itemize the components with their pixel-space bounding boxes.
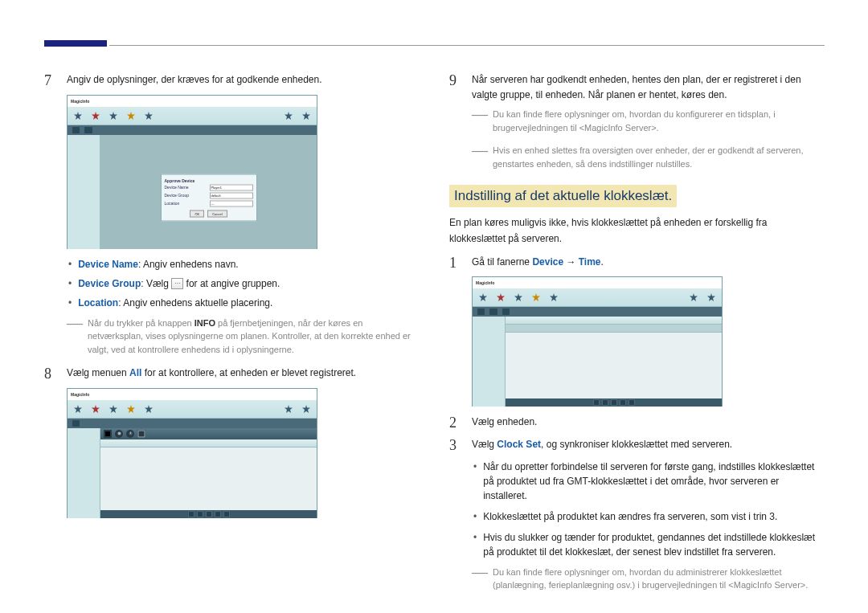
step-number: 7 — [44, 72, 55, 90]
selector-icon — [171, 278, 183, 289]
bullet-text: for at angive gruppen. — [183, 278, 280, 289]
dash-icon: ― — [472, 108, 488, 134]
svg-marker-11 — [145, 405, 153, 413]
star-icon — [690, 293, 698, 301]
note-text: Du kan finde flere oplysninger om, hvord… — [493, 566, 824, 592]
step-text: Angiv de oplysninger, der kræves for at … — [67, 72, 419, 90]
note-text: Hvis en enhed slettes fra oversigten ove… — [493, 144, 824, 170]
svg-marker-5 — [285, 112, 293, 120]
modal-input: — — [210, 200, 253, 206]
step-number: 9 — [449, 72, 461, 103]
note-text: Når du trykker på knappen — [88, 318, 194, 328]
ss-sidebar — [68, 135, 100, 249]
step-text: Gå til fanerne Device → Time. — [472, 255, 824, 272]
list-item: •Hvis du slukker og tænder for produktet… — [473, 530, 824, 559]
ss-tab — [502, 309, 510, 315]
tab-time: Time — [579, 256, 601, 268]
step-number: 3 — [449, 437, 461, 455]
ss-top-icons — [68, 107, 317, 125]
star-icon — [109, 112, 117, 120]
svg-rect-18 — [138, 431, 145, 437]
modal-title: Approve Device — [165, 178, 253, 182]
svg-marker-6 — [302, 112, 310, 120]
ss-tab — [489, 309, 497, 315]
step-text: Vælg menuen All for at kontrollere, at e… — [67, 366, 419, 383]
svg-marker-8 — [92, 405, 100, 413]
star-icon — [145, 405, 153, 413]
bullet-location: • Location: Angiv enhedens aktuelle plac… — [68, 296, 419, 310]
toolbar-button-icon — [126, 430, 134, 438]
svg-marker-12 — [285, 405, 293, 413]
step-8: 8 Vælg menuen All for at kontrollere, at… — [44, 366, 419, 383]
svg-marker-22 — [532, 293, 540, 301]
note-info-button: ― Når du trykker på knappen INFO på fjer… — [67, 317, 419, 357]
bullet-dot-icon: • — [68, 276, 72, 291]
modal-ok-button: OK — [190, 210, 204, 217]
screenshot-approve-device: MagicInfo — [67, 95, 317, 249]
modal-label: Device Name — [165, 184, 189, 190]
section-intro: En plan køres muligvis ikke, hvis klokke… — [449, 215, 824, 246]
svg-marker-2 — [109, 112, 117, 120]
tab-device: Device — [532, 256, 563, 268]
ss-tab — [72, 420, 80, 427]
star-icon — [550, 293, 558, 301]
star-icon — [109, 405, 117, 413]
clock-set-label: Clock Set — [497, 439, 541, 450]
star-icon — [302, 405, 310, 413]
bullet-text: Klokkeslættet på produktet kan ændres fr… — [483, 509, 777, 524]
star-icon — [707, 293, 715, 301]
ss-logo-text: MagicInfo — [71, 99, 89, 104]
screenshot-device-time: MagicInfo — [472, 276, 723, 407]
svg-marker-3 — [127, 112, 135, 120]
note-9b: ― Hvis en enhed slettes fra oversigten o… — [472, 144, 824, 170]
note-bold: INFO — [194, 318, 215, 328]
star-icon — [514, 293, 522, 301]
star-icon — [74, 405, 82, 413]
bullet-device-group: • Device Group: Vælg for at angive grupp… — [68, 276, 419, 291]
bullet-text: Når du opretter forbindelse til serveren… — [483, 460, 824, 503]
dash-icon: ― — [67, 317, 83, 357]
svg-marker-25 — [707, 293, 715, 301]
note-clock: ― Du kan finde flere oplysninger om, hvo… — [472, 566, 824, 592]
svg-point-15 — [117, 432, 121, 435]
page-content: 7 Angiv de oplysninger, der kræves for a… — [44, 72, 824, 602]
bullet-dot-icon: • — [473, 509, 477, 524]
star-icon — [497, 293, 505, 301]
svg-marker-21 — [514, 293, 522, 301]
approve-device-modal: Approve Device Device NamePlayer1 Device… — [161, 174, 257, 221]
star-icon — [127, 405, 135, 413]
step-1: 1 Gå til fanerne Device → Time. — [449, 255, 824, 272]
toolbar-button-icon — [115, 430, 123, 438]
star-icon — [92, 405, 100, 413]
step-text: Når serveren har godkendt enheden, hente… — [472, 72, 824, 103]
toolbar-button-icon — [137, 430, 145, 438]
bullet-text: : Angiv enhedens aktuelle placering. — [118, 297, 272, 309]
ss-main-area: Approve Device Device NamePlayer1 Device… — [100, 135, 317, 249]
svg-marker-23 — [550, 293, 558, 301]
svg-marker-24 — [690, 293, 698, 301]
bullet-dot-icon: • — [68, 257, 72, 272]
note-text: Du kan finde flere oplysninger om, hvord… — [493, 108, 824, 134]
note-9a: ― Du kan finde flere oplysninger om, hvo… — [472, 108, 824, 134]
header-color-bar — [44, 40, 107, 47]
modal-label: Location — [165, 200, 180, 206]
right-column: 9 Når serveren har godkendt enheden, hen… — [449, 72, 824, 602]
modal-cancel-button: Cancel — [207, 210, 227, 217]
star-icon — [302, 112, 310, 120]
star-icon — [145, 112, 153, 120]
bullet-text: : Vælg — [141, 278, 171, 289]
bullet-dot-icon: • — [473, 460, 477, 503]
screenshot-device-list: MagicInfo — [67, 388, 317, 518]
bullet-text: : Angiv enhedens navn. — [138, 259, 239, 270]
menu-all: All — [129, 367, 141, 378]
svg-marker-13 — [302, 405, 310, 413]
svg-marker-1 — [92, 112, 100, 120]
step-9: 9 Når serveren har godkendt enheden, hen… — [449, 72, 824, 103]
section-heading: Indstilling af det aktuelle klokkeslæt. — [449, 185, 677, 207]
dash-icon: ― — [472, 144, 488, 170]
ss-main-area — [100, 428, 317, 518]
svg-marker-20 — [497, 293, 505, 301]
svg-rect-14 — [105, 431, 110, 436]
ss-tab — [84, 127, 92, 133]
star-icon — [127, 112, 135, 120]
